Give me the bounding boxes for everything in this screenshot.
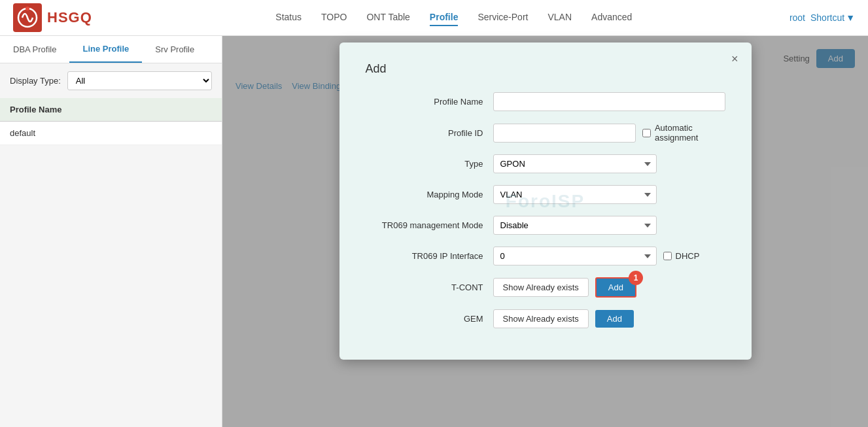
display-type-select[interactable]: All (67, 71, 212, 90)
dhcp-label: DHCP (663, 251, 700, 261)
left-panel: DBA Profile Line Profile Srv Profile Dis… (0, 36, 222, 427)
nav-links: Status TOPO ONT Table Profile Service-Po… (118, 9, 790, 26)
profile-id-input[interactable] (493, 124, 636, 143)
profile-name-row: Profile Name (366, 92, 725, 111)
auto-assignment-checkbox[interactable] (642, 129, 651, 137)
tr069-mgmt-row: TR069 management Mode Disable (366, 216, 725, 235)
mapping-mode-row: Mapping Mode VLAN (366, 185, 725, 204)
tab-dba-profile[interactable]: DBA Profile (0, 36, 69, 63)
type-row: Type GPON (366, 154, 725, 173)
nav-ont-table[interactable]: ONT Table (366, 9, 409, 26)
svg-point-2 (26, 7, 29, 10)
modal-overlay: ForoISP Add × Profile Name Profile ID Au… (222, 36, 868, 427)
right-panel: Setting Add View Details View Binding De… (222, 36, 868, 427)
type-select[interactable]: GPON (493, 154, 657, 173)
nav-right: root Shortcut ▼ (790, 12, 855, 23)
table-header: Profile Name (0, 98, 222, 122)
nav-vlan[interactable]: VLAN (547, 9, 572, 26)
logo-area: HSGQ (13, 3, 92, 32)
nav-profile[interactable]: Profile (430, 9, 459, 26)
tcont-add-badge: 1 (629, 271, 643, 285)
tr069-ip-select[interactable]: 0 (493, 247, 657, 265)
dhcp-checkbox[interactable] (663, 252, 672, 260)
modal-close-button[interactable]: × (731, 52, 738, 66)
gem-show-exists-button[interactable]: Show Already exists (493, 309, 589, 328)
type-label: Type (366, 159, 493, 169)
logo-icon (13, 3, 42, 32)
content-area: DBA Profile Line Profile Srv Profile Dis… (0, 36, 868, 427)
nav-user[interactable]: root (790, 12, 805, 23)
logo-text: HSGQ (47, 9, 92, 26)
tcont-row: T-CONT Show Already exists Add 1 (366, 277, 725, 298)
tab-bar: DBA Profile Line Profile Srv Profile (0, 36, 222, 63)
tcont-controls: Show Already exists Add 1 (493, 277, 636, 298)
topnav: HSGQ Status TOPO ONT Table Profile Servi… (0, 0, 868, 36)
tr069-mgmt-select[interactable]: Disable (493, 216, 657, 235)
profile-id-label: Profile ID (366, 128, 493, 138)
filter-label: Display Type: (10, 76, 61, 86)
nav-shortcut[interactable]: Shortcut ▼ (810, 12, 855, 23)
profile-name-input[interactable] (493, 92, 725, 111)
nav-status[interactable]: Status (275, 9, 302, 26)
tcont-label: T-CONT (366, 282, 493, 292)
tab-line-profile[interactable]: Line Profile (69, 36, 142, 63)
gem-row: GEM Show Already exists Add (366, 309, 725, 328)
tcont-show-exists-button[interactable]: Show Already exists (493, 278, 589, 297)
modal: ForoISP Add × Profile Name Profile ID Au… (339, 43, 752, 360)
table-row[interactable]: default (0, 122, 222, 145)
profile-name-label: Profile Name (366, 97, 493, 107)
gem-label: GEM (366, 314, 493, 324)
mapping-mode-select[interactable]: VLAN (493, 185, 657, 204)
nav-topo[interactable]: TOPO (321, 9, 347, 26)
tr069-ip-row: TR069 IP Interface 0 DHCP (366, 247, 725, 265)
modal-title: Add (366, 62, 725, 76)
filter-row: Display Type: All (0, 63, 222, 98)
nav-service-port[interactable]: Service-Port (477, 9, 528, 26)
mapping-mode-label: Mapping Mode (366, 190, 493, 199)
gem-add-button[interactable]: Add (595, 310, 634, 328)
nav-advanced[interactable]: Advanced (591, 9, 632, 26)
gem-controls: Show Already exists Add (493, 309, 634, 328)
tr069-ip-label: TR069 IP Interface (366, 251, 493, 261)
profile-id-row: Profile ID Automatic assignment (366, 123, 725, 143)
tr069-mgmt-label: TR069 management Mode (366, 220, 493, 230)
tab-srv-profile[interactable]: Srv Profile (142, 36, 207, 63)
auto-assignment-label: Automatic assignment (642, 123, 725, 143)
